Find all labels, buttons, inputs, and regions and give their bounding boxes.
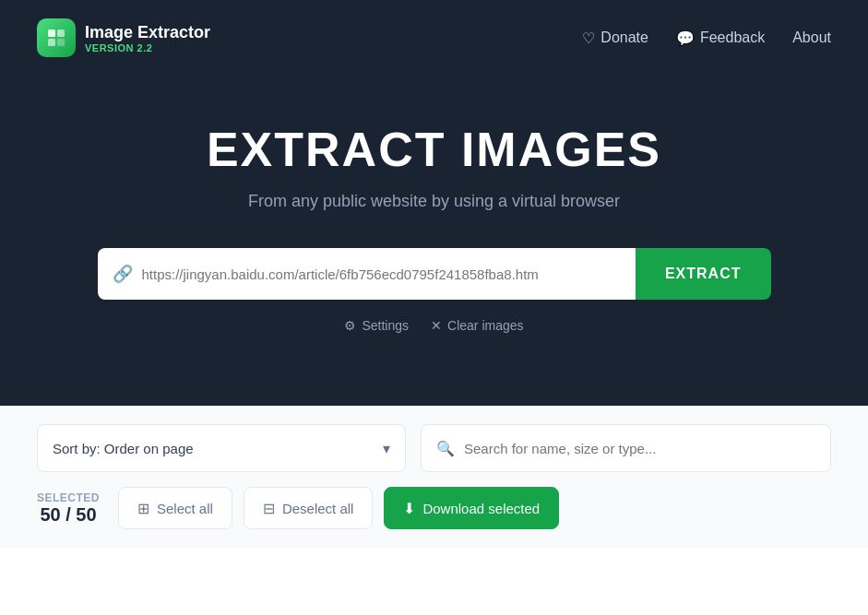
feedback-link[interactable]: 💬 Feedback: [676, 30, 765, 47]
app-version: VERSION 2.2: [85, 42, 210, 53]
hero-title: EXTRACT IMAGES: [37, 122, 831, 177]
deselect-all-button[interactable]: ⊟ Deselect all: [244, 487, 374, 529]
app-logo-icon: [37, 18, 76, 57]
selected-label: SELECTED: [37, 491, 100, 504]
logo-area: Image Extractor VERSION 2.2: [37, 18, 210, 57]
url-input[interactable]: https://jingyan.baidu.com/article/6fb756…: [142, 266, 621, 282]
about-link[interactable]: About: [792, 30, 831, 46]
selected-info: SELECTED 50 / 50: [37, 491, 100, 526]
settings-icon: ⚙: [344, 318, 356, 333]
hero-content: EXTRACT IMAGES From any public website b…: [37, 76, 831, 333]
sort-label: Sort by: Order on page: [53, 441, 194, 456]
extract-button[interactable]: EXTRACT: [636, 248, 771, 300]
hero-section: Image Extractor VERSION 2.2 ♡ Donate 💬 F…: [0, 0, 868, 406]
actions-row: SELECTED 50 / 50 ⊞ Select all ⊟ Deselect…: [37, 487, 831, 529]
select-all-button[interactable]: ⊞ Select all: [118, 487, 232, 529]
svg-rect-1: [57, 30, 65, 37]
url-search-row: 🔗 https://jingyan.baidu.com/article/6fb7…: [98, 248, 771, 300]
donate-link[interactable]: ♡ Donate: [582, 30, 648, 47]
app-name: Image Extractor: [85, 23, 210, 42]
clear-images-button[interactable]: ✕ Clear images: [431, 318, 523, 333]
settings-button[interactable]: ⚙ Settings: [344, 318, 409, 333]
navbar: Image Extractor VERSION 2.2 ♡ Donate 💬 F…: [37, 0, 831, 76]
image-search-input[interactable]: [464, 441, 815, 456]
bottom-panel: Sort by: Order on page ▾ 🔍 SELECTED 50 /…: [0, 406, 868, 548]
filter-row: Sort by: Order on page ▾ 🔍: [37, 424, 831, 472]
svg-rect-0: [48, 30, 55, 37]
url-input-wrapper: 🔗 https://jingyan.baidu.com/article/6fb7…: [98, 248, 636, 300]
svg-rect-2: [48, 39, 55, 46]
link-icon: 🔗: [113, 264, 133, 284]
deselect-all-icon: ⊟: [263, 500, 275, 517]
heart-icon: ♡: [582, 30, 595, 47]
close-icon: ✕: [431, 318, 442, 333]
svg-rect-3: [57, 39, 65, 46]
nav-links: ♡ Donate 💬 Feedback About: [582, 30, 831, 47]
selected-count: 50 / 50: [37, 504, 100, 526]
chevron-down-icon: ▾: [383, 440, 390, 457]
download-selected-button[interactable]: ⬇ Download selected: [384, 487, 559, 529]
logo-text: Image Extractor VERSION 2.2: [85, 23, 210, 53]
download-icon: ⬇: [403, 500, 415, 517]
hero-subtitle: From any public website by using a virtu…: [37, 192, 831, 211]
search-wrapper: 🔍: [421, 424, 831, 472]
feedback-icon: 💬: [676, 30, 695, 47]
search-icon: 🔍: [436, 440, 455, 457]
toolbar-row: ⚙ Settings ✕ Clear images: [98, 318, 771, 333]
sort-select[interactable]: Sort by: Order on page ▾: [37, 424, 406, 472]
select-all-icon: ⊞: [137, 500, 149, 517]
